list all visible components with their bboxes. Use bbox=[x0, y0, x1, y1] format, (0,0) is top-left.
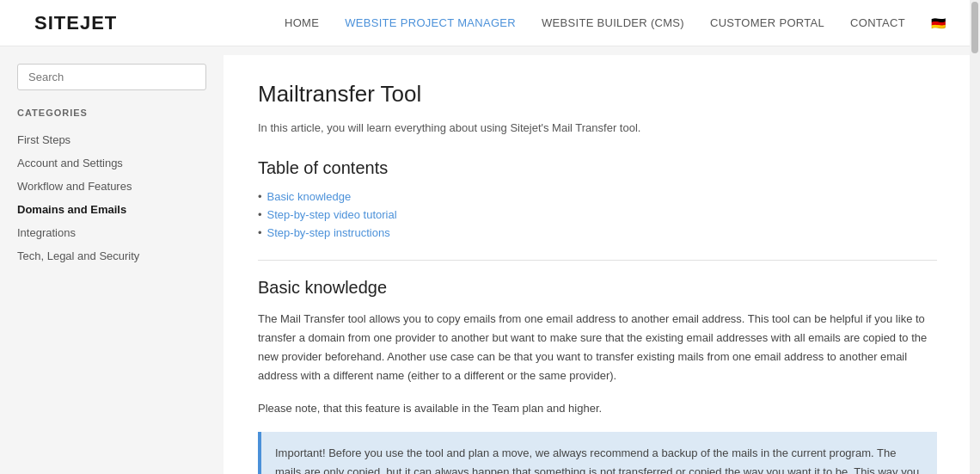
nav-website-project-manager[interactable]: WEBSITE PROJECT MANAGER bbox=[345, 16, 516, 29]
sidebar-item-account-settings[interactable]: Account and Settings bbox=[17, 151, 206, 175]
nav-home[interactable]: HOME bbox=[285, 16, 319, 29]
header: SITEJET HOME WEBSITE PROJECT MANAGER WEB… bbox=[0, 0, 980, 46]
sidebar-item-domains-emails[interactable]: Domains and Emails bbox=[17, 198, 206, 221]
toc-item-1: Basic knowledge bbox=[258, 190, 937, 203]
page-layout: CATEGORIES First Steps Account and Setti… bbox=[0, 46, 980, 474]
toc-link-step-instructions[interactable]: Step-by-step instructions bbox=[267, 226, 390, 239]
scrollbar-thumb[interactable] bbox=[971, 2, 978, 53]
toc-title: Table of contents bbox=[258, 158, 937, 178]
nav-website-builder[interactable]: WEBSITE BUILDER (CMS) bbox=[542, 16, 684, 29]
nav-contact[interactable]: CONTACT bbox=[850, 16, 905, 29]
navigation: HOME WEBSITE PROJECT MANAGER WEBSITE BUI… bbox=[285, 16, 946, 30]
scrollbar-track bbox=[970, 0, 980, 474]
divider bbox=[258, 260, 937, 261]
toc-list: Basic knowledge Step-by-step video tutor… bbox=[258, 190, 937, 239]
section1-title: Basic knowledge bbox=[258, 278, 937, 298]
notice-text: Important! Before you use the tool and p… bbox=[275, 446, 919, 474]
main-content: Mailtransfer Tool In this article, you w… bbox=[224, 55, 971, 474]
logo: SITEJET bbox=[34, 12, 117, 34]
section1-body2: Please note, that this feature is availa… bbox=[258, 399, 937, 418]
nav-customer-portal[interactable]: CUSTOMER PORTAL bbox=[710, 16, 824, 29]
sidebar-item-workflow-features[interactable]: Workflow and Features bbox=[17, 175, 206, 198]
categories-label: CATEGORIES bbox=[17, 108, 206, 118]
sidebar-item-integrations[interactable]: Integrations bbox=[17, 221, 206, 244]
search-input[interactable] bbox=[17, 64, 206, 90]
toc-link-video-tutorial[interactable]: Step-by-step video tutorial bbox=[267, 208, 397, 221]
intro-text: In this article, you will learn everythi… bbox=[258, 120, 937, 138]
sidebar: CATEGORIES First Steps Account and Setti… bbox=[0, 46, 224, 474]
notice-box: Important! Before you use the tool and p… bbox=[258, 432, 937, 474]
page-title: Mailtransfer Tool bbox=[258, 81, 937, 108]
section1-body1: The Mail Transfer tool allows you to cop… bbox=[258, 310, 937, 385]
toc-item-3: Step-by-step instructions bbox=[258, 226, 937, 239]
sidebar-item-tech-legal-security[interactable]: Tech, Legal and Security bbox=[17, 244, 206, 268]
flag-icon[interactable]: 🇩🇪 bbox=[931, 16, 946, 30]
toc-link-basic-knowledge[interactable]: Basic knowledge bbox=[267, 190, 352, 203]
sidebar-item-first-steps[interactable]: First Steps bbox=[17, 128, 206, 151]
toc-item-2: Step-by-step video tutorial bbox=[258, 208, 937, 221]
